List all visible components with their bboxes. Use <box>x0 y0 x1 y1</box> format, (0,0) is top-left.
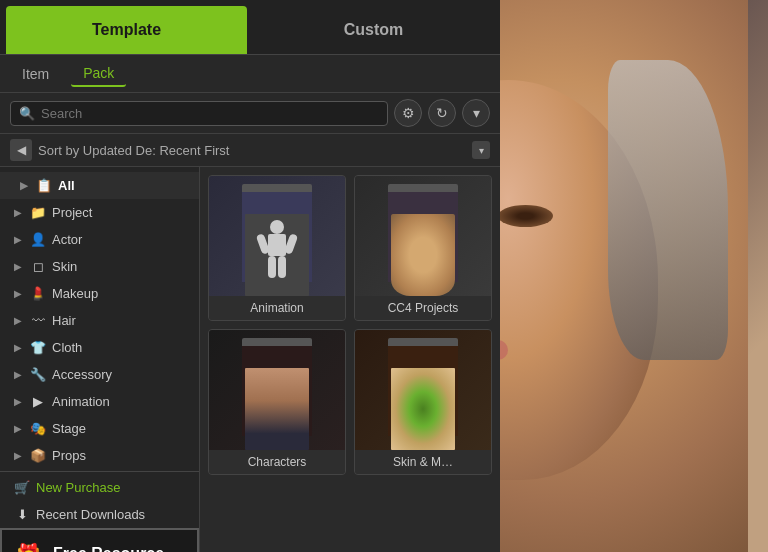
main-panel: Template Custom Item Pack 🔍 ⚙ ↻ ▾ ◀ So <box>0 0 500 552</box>
download-icon: ⬇ <box>14 507 30 522</box>
back-arrow-icon: ◀ <box>17 143 26 157</box>
tabs-row: Template Custom <box>0 0 500 55</box>
gift-icon: 🎁 <box>16 542 41 552</box>
grid-item-skin[interactable]: Skin & M… <box>354 329 492 475</box>
grid-thumb-cc4 <box>355 176 491 296</box>
hair-icon: 〰 <box>30 313 46 328</box>
grid-item-animation-label: Animation <box>209 296 345 320</box>
all-folder-icon: 📋 <box>36 178 52 193</box>
sort-chevron-icon: ▾ <box>479 145 484 156</box>
chevron-down-icon: ▾ <box>473 105 480 121</box>
sidebar-item-accessory[interactable]: ▶ 🔧 Accessory <box>0 361 199 388</box>
grid-item-animation[interactable]: Animation <box>208 175 346 321</box>
filter-icon: ⚙ <box>402 105 415 121</box>
grid-item-characters[interactable]: Characters <box>208 329 346 475</box>
grid-item-cc4-label: CC4 Projects <box>355 296 491 320</box>
sidebar-item-project-label: Project <box>52 205 92 220</box>
purchase-icon: 🛒 <box>14 480 30 495</box>
grid-thumb-skin <box>355 330 491 450</box>
grid-thumb-characters <box>209 330 345 450</box>
sidebar-item-hair-label: Hair <box>52 313 76 328</box>
cc4-face-preview <box>391 214 455 296</box>
sort-label: Sort by Updated De: Recent First <box>38 143 466 158</box>
hair-arrow-icon: ▶ <box>14 315 24 326</box>
grid-item-cc4[interactable]: CC4 Projects <box>354 175 492 321</box>
characters-preview <box>245 368 309 450</box>
sidebar-item-makeup-label: Makeup <box>52 286 98 301</box>
sidebar-item-new-purchase-label: New Purchase <box>36 480 121 495</box>
search-wrapper: 🔍 <box>10 101 388 126</box>
search-row: 🔍 ⚙ ↻ ▾ <box>0 93 500 134</box>
actor-icon: 👤 <box>30 232 46 247</box>
sidebar-item-actor[interactable]: ▶ 👤 Actor <box>0 226 199 253</box>
grid-thumb-animation <box>209 176 345 296</box>
free-resource-label: Free Resource <box>53 545 164 552</box>
refresh-icon-btn[interactable]: ↻ <box>428 99 456 127</box>
chevron-down-icon-btn[interactable]: ▾ <box>462 99 490 127</box>
characters-folder-preview <box>245 368 309 450</box>
sidebar-item-stage[interactable]: ▶ 🎭 Stage <box>0 415 199 442</box>
tab-template[interactable]: Template <box>6 6 247 54</box>
all-arrow-icon: ▶ <box>20 180 30 191</box>
sidebar-item-actor-label: Actor <box>52 232 82 247</box>
skin-eye-preview <box>391 368 455 450</box>
sidebar-item-all-label: All <box>58 178 75 193</box>
sidebar-item-skin[interactable]: ▶ ◻ Skin <box>0 253 199 280</box>
humanoid-leg-right <box>278 256 286 278</box>
props-icon: 📦 <box>30 448 46 463</box>
skin-icon: ◻ <box>30 259 46 274</box>
humanoid-body <box>268 234 286 256</box>
free-resource-button[interactable]: 🎁 Free Resource <box>0 528 199 552</box>
sidebar-item-animation[interactable]: ▶ ▶ Animation <box>0 388 199 415</box>
grid-item-characters-label: Characters <box>209 450 345 474</box>
sort-dropdown-button[interactable]: ▾ <box>472 141 490 159</box>
sort-back-button[interactable]: ◀ <box>10 139 32 161</box>
sidebar-item-new-purchase[interactable]: 🛒 New Purchase <box>0 474 199 501</box>
tab-custom[interactable]: Custom <box>253 6 494 54</box>
stage-icon: 🎭 <box>30 421 46 436</box>
project-folder-icon: 📁 <box>30 205 46 220</box>
main-content: ▶ 📋 All ▶ 📁 Project ▶ 👤 Actor ▶ ◻ Skin ▶ <box>0 167 500 552</box>
sidebar-item-cloth[interactable]: ▶ 👕 Cloth <box>0 334 199 361</box>
sub-tab-pack[interactable]: Pack <box>71 61 126 87</box>
sidebar-item-cloth-label: Cloth <box>52 340 82 355</box>
grid-item-skin-label: Skin & M… <box>355 450 491 474</box>
sidebar-item-animation-label: Animation <box>52 394 110 409</box>
humanoid-figure <box>257 220 297 290</box>
project-arrow-icon: ▶ <box>14 207 24 218</box>
sub-tabs: Item Pack <box>0 55 500 93</box>
anim-figure <box>245 214 309 296</box>
sidebar-item-all[interactable]: ▶ 📋 All <box>0 172 199 199</box>
content-grid: Animation CC4 Projects <box>208 175 492 475</box>
humanoid-leg-left <box>268 256 276 278</box>
animation-arrow-icon: ▶ <box>14 396 24 407</box>
sidebar-item-props[interactable]: ▶ 📦 Props <box>0 442 199 469</box>
sidebar-item-project[interactable]: ▶ 📁 Project <box>0 199 199 226</box>
sidebar-item-hair[interactable]: ▶ 〰 Hair <box>0 307 199 334</box>
stage-arrow-icon: ▶ <box>14 423 24 434</box>
sidebar-item-stage-label: Stage <box>52 421 86 436</box>
skin-arrow-icon: ▶ <box>14 261 24 272</box>
cloth-icon: 👕 <box>30 340 46 355</box>
accessory-icon: 🔧 <box>30 367 46 382</box>
makeup-icon: 💄 <box>30 286 46 301</box>
cc4-folder-preview <box>391 214 455 296</box>
accessory-arrow-icon: ▶ <box>14 369 24 380</box>
filter-icon-btn[interactable]: ⚙ <box>394 99 422 127</box>
sidebar-item-recent-label: Recent Downloads <box>36 507 145 522</box>
sidebar-item-recent-downloads[interactable]: ⬇ Recent Downloads <box>0 501 199 528</box>
humanoid-head <box>270 220 284 234</box>
sidebar-item-makeup[interactable]: ▶ 💄 Makeup <box>0 280 199 307</box>
search-icons: ⚙ ↻ ▾ <box>394 99 490 127</box>
actor-arrow-icon: ▶ <box>14 234 24 245</box>
sidebar-item-skin-label: Skin <box>52 259 77 274</box>
search-input[interactable] <box>41 106 379 121</box>
sidebar-item-accessory-label: Accessory <box>52 367 112 382</box>
refresh-icon: ↻ <box>436 105 448 121</box>
props-arrow-icon: ▶ <box>14 450 24 461</box>
grid-area: Animation CC4 Projects <box>200 167 500 552</box>
cloth-arrow-icon: ▶ <box>14 342 24 353</box>
animation-icon: ▶ <box>30 394 46 409</box>
skin-folder-preview <box>391 368 455 450</box>
sub-tab-item[interactable]: Item <box>10 62 61 86</box>
